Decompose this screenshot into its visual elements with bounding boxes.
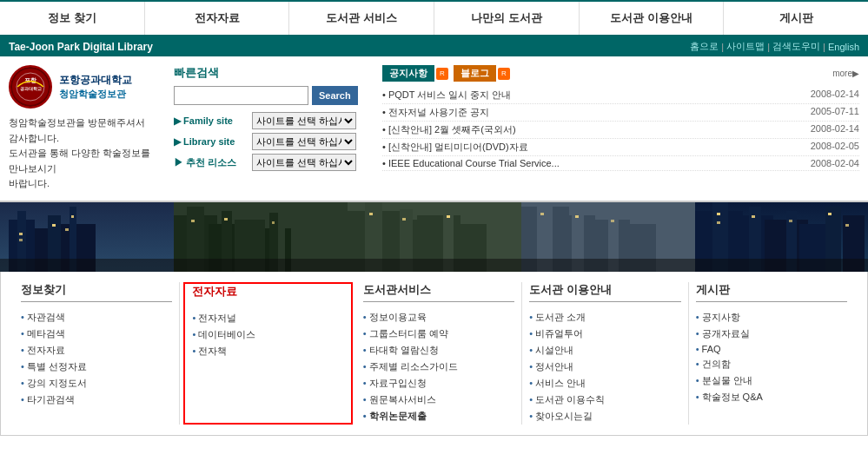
sitemap-list-item[interactable]: • 학술정보 Q&A xyxy=(696,389,847,405)
svg-rect-49 xyxy=(575,215,579,218)
sitemap-list-item[interactable]: • 자관검색 xyxy=(21,309,172,326)
sitemap-guide-list: • 도서관 소개• 비쥬얼투어• 시설안내• 정서안내• 서비스 안내• 도서관… xyxy=(529,309,680,425)
sitemap-col-services: 도서관서비스 • 정보이용교육• 그룹스터디룸 예약• 타대학 열람신청• 주제… xyxy=(356,282,522,425)
sitemap-list-item[interactable]: • 건의함 xyxy=(696,356,847,372)
search-title: 빠른검색 xyxy=(174,65,365,81)
notice-item: • 전자저널 사용기준 공지2005-07-11 xyxy=(382,104,859,122)
family-site-select[interactable]: 사이트를 선택 하십시요 xyxy=(252,112,356,129)
sitemap-board-list: • 공지사항• 공개자료실• FAQ• 건의함• 분실물 안내• 학술정보 Q&… xyxy=(696,309,847,405)
sitemap: 정보찾기 • 자관검색• 메타검색• 전자자료• 특별 선정자료• 강의 지정도… xyxy=(0,272,868,436)
sitemap-list-item[interactable]: • 공개자료실 xyxy=(696,326,847,342)
svg-rect-65 xyxy=(845,224,849,227)
nav-item-electronic[interactable]: 전자자료 xyxy=(145,2,290,35)
sitemap-list-item[interactable]: • 분실물 안내 xyxy=(696,372,847,389)
svg-text:공과대학교: 공과대학교 xyxy=(20,86,42,91)
sitemap-list-item[interactable]: • 서비스 안내 xyxy=(529,375,680,392)
notice-item: • [신착안내] 2월 셋째주(국외서)2008-02-14 xyxy=(382,122,859,139)
notice-list: • PQDT 서비스 일시 중지 안내2008-02-14• 전자저널 사용기준… xyxy=(382,87,859,171)
sitemap-list-item[interactable]: • 전자저널 xyxy=(192,310,343,326)
sitemap-list-item[interactable]: • 찾아오시는길 xyxy=(529,408,680,425)
sitemap-list-item[interactable]: • 그룹스터디룸 예약 xyxy=(363,326,514,342)
notice-tab[interactable]: 공지사항 xyxy=(382,65,434,82)
sitemap-list-item[interactable]: • 시설안내 xyxy=(529,342,680,359)
svg-rect-38 xyxy=(369,213,373,215)
sitemap-list-item[interactable]: • 정보이용교육 xyxy=(363,309,514,326)
notice-text[interactable]: • IEEE Educational Course Trial Service.… xyxy=(382,158,560,168)
notice-date: 2008-02-04 xyxy=(811,158,859,168)
rss-icon-notice: R xyxy=(436,68,448,80)
sitemap-list-item[interactable]: • 원문복사서비스 xyxy=(363,392,514,408)
banner-area xyxy=(0,202,868,272)
header-bar: Tae-Joon Park Digital Library 홈으로 | 사이트맵… xyxy=(0,36,868,56)
search-button[interactable]: Search xyxy=(312,86,358,105)
sitemap-list-item[interactable]: • 전자책 xyxy=(192,343,343,359)
svg-rect-16 xyxy=(19,239,23,241)
blog-tab[interactable]: 블로그 xyxy=(454,65,496,82)
home-link[interactable]: 홈으로 xyxy=(690,40,719,53)
sitemap-col-info: 정보찾기 • 자관검색• 메타검색• 전자자료• 특별 선정자료• 강의 지정도… xyxy=(14,282,180,425)
notice-item: • PQDT 서비스 일시 중지 안내2008-02-14 xyxy=(382,87,859,104)
sitemap-col-info-title: 정보찾기 xyxy=(21,282,172,302)
sitemap-col-electronic-title: 전자자료 xyxy=(192,284,343,303)
sitemap-list-item[interactable]: • 전자자료 xyxy=(21,342,172,359)
logo-university-name: 포항공과대학교 xyxy=(59,73,132,88)
recommend-select[interactable]: 사이트를 선택 하십시요 xyxy=(252,154,356,171)
svg-rect-61 xyxy=(717,221,720,224)
sitemap-list-item[interactable]: • 타기관검색 xyxy=(21,392,172,408)
svg-rect-18 xyxy=(65,228,69,231)
notice-date: 2008-02-14 xyxy=(811,89,859,102)
search-area: 빠른검색 Search ▶ Family site 사이트를 선택 하십시요 ▶… xyxy=(165,65,365,192)
sitemap-list-item[interactable]: • 자료구입신청 xyxy=(363,375,514,392)
sitemap-electronic-list: • 전자저널• 데이터베이스• 전자책 xyxy=(192,310,343,359)
sitemap-list-item[interactable]: • 공지사항 xyxy=(696,309,847,326)
sitemap-list-item[interactable]: • 강의 지정도서 xyxy=(21,375,172,392)
nav-item-my-library[interactable]: 나만의 도서관 xyxy=(434,2,580,35)
logo-box: 포항 공과대학교 포항공과대학교 청암학술정보관 xyxy=(9,65,156,109)
svg-rect-48 xyxy=(540,213,544,215)
svg-rect-60 xyxy=(717,213,720,215)
nav-item-library-guide[interactable]: 도서관 이용안내 xyxy=(580,2,725,35)
logo-area: 포항 공과대학교 포항공과대학교 청암학술정보관 청암학술정보관을 방문해주셔서… xyxy=(9,65,156,192)
library-site-select[interactable]: 사이트를 선택 하십시요 xyxy=(252,133,356,150)
notice-text[interactable]: • [신착안내] 멀티미디어(DVD)자료 xyxy=(382,141,528,154)
nav-item-library-service[interactable]: 도서관 서비스 xyxy=(289,2,434,35)
sitemap-list-item[interactable]: • 학위논문제출 xyxy=(363,408,514,425)
nav-item-board[interactable]: 게시판 xyxy=(724,2,868,35)
sitemap-list-item[interactable]: • 메타검색 xyxy=(21,326,172,342)
sitemap-link[interactable]: 사이트맵 xyxy=(726,40,765,53)
more-link[interactable]: more▶ xyxy=(832,69,859,78)
sitemap-list-item[interactable]: • 도서관 이용수칙 xyxy=(529,392,680,408)
sep2: | xyxy=(767,42,770,52)
sitemap-list-item[interactable]: • 데이터베이스 xyxy=(192,326,343,343)
notice-date: 2008-02-05 xyxy=(811,141,859,154)
sitemap-list-item[interactable]: • 비쥬얼투어 xyxy=(529,326,680,342)
sitemap-list-item[interactable]: • FAQ xyxy=(696,342,847,356)
sitemap-list-item[interactable]: • 주제별 리소스가이드 xyxy=(363,359,514,375)
notice-text[interactable]: • [신착안내] 2월 셋째주(국외서) xyxy=(382,123,516,136)
sitemap-col-electronic: 전자자료 • 전자저널• 데이터베이스• 전자책 xyxy=(183,282,352,425)
search-helper-link[interactable]: 검색도우미 xyxy=(772,40,820,53)
recommend-label: ▶ 추천 리소스 xyxy=(174,156,252,169)
top-nav: 정보 찾기 전자자료 도서관 서비스 나만의 도서관 도서관 이용안내 게시판 xyxy=(0,0,868,36)
svg-rect-66 xyxy=(0,259,868,272)
notice-item: • [신착안내] 멀티미디어(DVD)자료2008-02-05 xyxy=(382,139,859,156)
search-input[interactable] xyxy=(174,86,308,105)
svg-rect-30 xyxy=(272,221,275,224)
sitemap-col-board: 게시판 • 공지사항• 공개자료실• FAQ• 건의함• 분실물 안내• 학술정… xyxy=(689,282,854,425)
sep1: | xyxy=(721,42,724,52)
sitemap-list-item[interactable]: • 도서관 소개 xyxy=(529,309,680,326)
sitemap-list-item[interactable]: • 타대학 열람신청 xyxy=(363,342,514,359)
sitemap-col-board-title: 게시판 xyxy=(696,282,847,302)
notice-date: 2005-07-11 xyxy=(811,106,859,119)
header-links: 홈으로 | 사이트맵 | 검색도우미 | English xyxy=(690,40,859,53)
notice-text[interactable]: • 전자저널 사용기준 공지 xyxy=(382,106,489,119)
nav-item-info[interactable]: 정보 찾기 xyxy=(0,2,145,35)
sitemap-list-item[interactable]: • 정서안내 xyxy=(529,359,680,375)
svg-rect-62 xyxy=(752,215,755,218)
notice-item: • IEEE Educational Course Trial Service.… xyxy=(382,156,859,171)
search-input-row: Search xyxy=(174,86,365,105)
svg-rect-40 xyxy=(447,215,450,218)
notice-text[interactable]: • PQDT 서비스 일시 중지 안내 xyxy=(382,89,512,102)
sitemap-list-item[interactable]: • 특별 선정자료 xyxy=(21,359,172,375)
english-link[interactable]: English xyxy=(828,42,859,52)
